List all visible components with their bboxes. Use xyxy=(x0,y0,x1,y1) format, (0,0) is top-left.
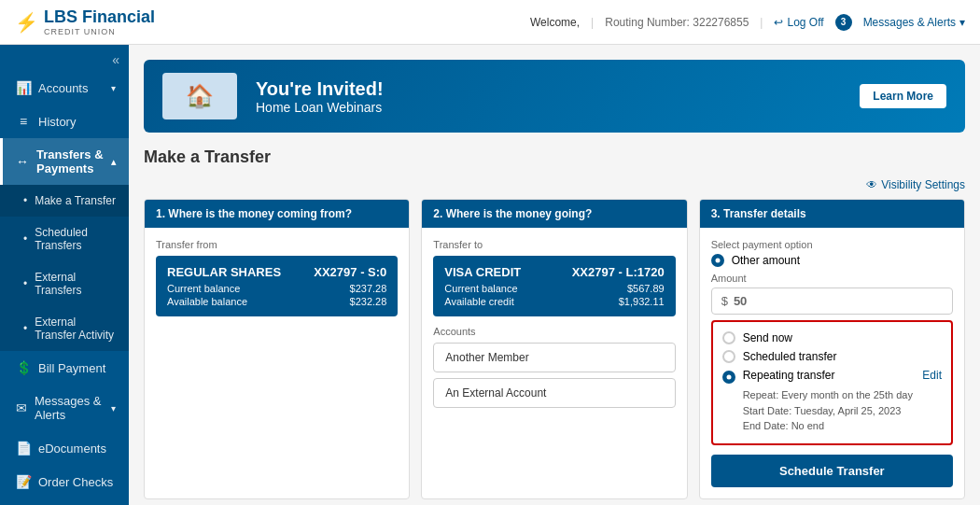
welcome-text: Welcome, xyxy=(530,16,580,29)
messages-badge: 3 xyxy=(835,14,852,31)
transfer-from-label: Transfer from xyxy=(156,239,398,250)
chevron-icon: ▾ xyxy=(111,403,116,414)
bill-icon: 💲 xyxy=(16,360,31,375)
sidebar-item-make-transfer[interactable]: • Make a Transfer xyxy=(0,185,129,217)
transfers-icon: ↔ xyxy=(16,154,29,169)
other-amount-radio[interactable] xyxy=(711,254,724,267)
sidebar-item-accounts[interactable]: 📊 Accounts ▾ xyxy=(0,71,129,105)
repeating-radio[interactable] xyxy=(722,371,735,384)
sidebar-item-order-checks[interactable]: 📝 Order Checks xyxy=(0,465,129,498)
panel1-header: 1. Where is the money coming from? xyxy=(145,200,409,228)
transfer-details-panel: 3. Transfer details Select payment optio… xyxy=(699,199,965,499)
sidebar-collapse-button[interactable]: « xyxy=(0,45,129,71)
bullet: • xyxy=(23,232,27,245)
amount-input-field[interactable]: $ 50 xyxy=(711,288,953,315)
panel2-header: 2. Where is the money going? xyxy=(422,200,686,228)
top-header: ⚡ LBS Financial CREDIT UNION Welcome, | … xyxy=(0,0,980,45)
schedule-transfer-button[interactable]: Schedule Transfer xyxy=(711,455,953,487)
banner-text: You're Invited! Home Loan Webinars xyxy=(256,78,384,115)
transfer-from-panel: 1. Where is the money coming from? Trans… xyxy=(144,199,410,499)
panel3-body: Select payment option Other amount Amoun… xyxy=(700,228,964,498)
panel3-header: 3. Transfer details xyxy=(700,200,964,228)
chevron-icon: ▾ xyxy=(111,83,116,93)
logo: ⚡ LBS Financial CREDIT UNION xyxy=(15,7,155,36)
sidebar-item-ext-activity[interactable]: • External Transfer Activity xyxy=(0,306,129,351)
repeating-details: Repeat: Every month on the 25th day Star… xyxy=(743,387,942,434)
sidebar-item-transfers[interactable]: ↔ Transfers & Payments ▴ xyxy=(0,138,129,185)
main-layout: « 📊 Accounts ▾ ≡ History ↔ Transfers & P… xyxy=(0,45,980,505)
bullet: • xyxy=(23,194,27,207)
eye-icon: 👁 xyxy=(866,178,877,191)
logoff-icon: ↩ xyxy=(774,16,783,29)
banner-image: 🏠 xyxy=(162,73,237,119)
sidebar-item-bill-payment[interactable]: 💲 Bill Payment xyxy=(0,351,129,385)
promo-banner: 🏠 You're Invited! Home Loan Webinars Lea… xyxy=(144,60,965,133)
sidebar-item-external-transfers[interactable]: • External Transfers xyxy=(0,261,129,306)
sidebar: « 📊 Accounts ▾ ≡ History ↔ Transfers & P… xyxy=(0,45,129,505)
order-checks-icon: 📝 xyxy=(16,474,31,489)
payment-option-label: Select payment option xyxy=(711,239,953,250)
visibility-row: 👁 Visibility Settings xyxy=(144,178,965,191)
another-member-option[interactable]: Another Member xyxy=(433,343,675,372)
other-amount-option: Other amount xyxy=(711,254,953,267)
logo-icon: ⚡ xyxy=(15,11,38,34)
logoff-button[interactable]: ↩ Log Off xyxy=(774,16,823,29)
edit-link[interactable]: Edit xyxy=(922,369,942,382)
header-right: Welcome, | Routing Number: 322276855 | ↩… xyxy=(530,14,965,31)
edocs-icon: 📄 xyxy=(16,441,31,456)
bullet: • xyxy=(23,277,27,290)
accounts-label: Accounts xyxy=(433,326,675,337)
panel2-body: Transfer to VISA CREDIT XX2797 - L:1720 … xyxy=(422,228,686,425)
from-account-card[interactable]: REGULAR SHARES XX2797 - S:0 Current bala… xyxy=(156,256,398,316)
accounts-icon: 📊 xyxy=(16,80,31,95)
transfer-type-box: Send now Scheduled transfer Repeating tr… xyxy=(711,320,953,445)
messages-icon: ✉ xyxy=(16,400,27,415)
logo-sub: CREDIT UNION xyxy=(44,27,155,36)
routing-info: Routing Number: 322276855 xyxy=(605,16,749,29)
banner-cta-button[interactable]: Learn More xyxy=(860,84,946,108)
visibility-settings-link[interactable]: 👁 Visibility Settings xyxy=(866,178,965,191)
chevron-icon: ▴ xyxy=(111,157,116,167)
page-title: Make a Transfer xyxy=(144,147,965,167)
transfer-to-label: Transfer to xyxy=(433,239,675,250)
messages-alerts-button[interactable]: Messages & Alerts ▾ xyxy=(863,16,965,29)
send-now-option: Send now xyxy=(722,331,942,344)
bullet: • xyxy=(23,322,27,335)
repeating-option: Repeating transfer Edit xyxy=(722,369,942,384)
to-account-card[interactable]: VISA CREDIT XX2797 - L:1720 Current bala… xyxy=(433,256,675,316)
external-account-option[interactable]: An External Account xyxy=(433,378,675,408)
chevron-down-icon: ▾ xyxy=(959,16,965,29)
transfer-to-panel: 2. Where is the money going? Transfer to… xyxy=(421,199,687,499)
transfer-grid: 1. Where is the money coming from? Trans… xyxy=(144,199,965,499)
scheduled-radio[interactable] xyxy=(722,350,735,363)
sidebar-item-edocs[interactable]: 📄 eDocuments xyxy=(0,431,129,465)
logo-text: LBS Financial xyxy=(44,7,155,27)
sidebar-item-credit-score[interactable]: 📈 Credit Score xyxy=(0,498,129,505)
send-now-radio[interactable] xyxy=(722,331,735,344)
history-icon: ≡ xyxy=(16,114,31,129)
content-area: 🏠 You're Invited! Home Loan Webinars Lea… xyxy=(129,45,980,505)
sidebar-item-scheduled-transfers[interactable]: • Scheduled Transfers xyxy=(0,217,129,261)
scheduled-option: Scheduled transfer xyxy=(722,350,942,363)
panel1-body: Transfer from REGULAR SHARES XX2797 - S:… xyxy=(145,228,409,333)
sidebar-item-messages[interactable]: ✉ Messages & Alerts ▾ xyxy=(0,385,129,431)
amount-label: Amount xyxy=(711,273,953,284)
sidebar-item-history[interactable]: ≡ History xyxy=(0,105,129,138)
